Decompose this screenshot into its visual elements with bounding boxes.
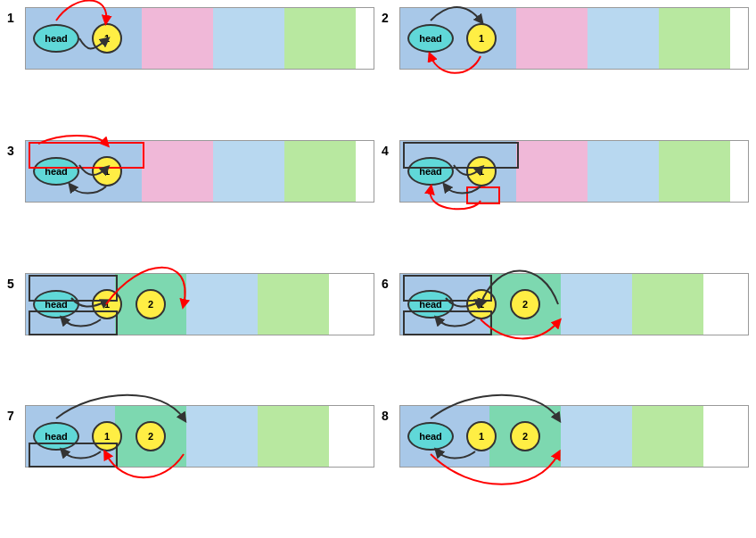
node-1-8: 1 <box>466 421 497 451</box>
seg-green2-6 <box>632 274 703 335</box>
rect-blk-7 <box>29 443 118 468</box>
label-8: 8 <box>382 409 394 423</box>
node-head-8: head <box>407 422 454 451</box>
node-1-1: 1 <box>92 23 122 54</box>
cell-3: 3 head 1 <box>7 140 374 266</box>
seg-green-8: 2 <box>489 406 561 467</box>
diagram-4: head 1 <box>399 140 749 203</box>
seg-pink-2 <box>516 8 588 69</box>
diagram-8: head 1 2 <box>399 405 749 468</box>
label-1: 1 <box>7 11 20 25</box>
label-3: 3 <box>7 144 20 158</box>
rect-blk-5b <box>29 310 118 335</box>
label-6: 6 <box>382 277 394 291</box>
cell-2: 2 head 1 <box>382 7 749 133</box>
cell-8: 8 head 1 2 <box>382 405 749 531</box>
node-head-1: head <box>33 24 79 53</box>
diagram-6: head 1 2 <box>399 273 749 335</box>
cell-7: 7 head 1 2 <box>7 405 374 531</box>
diagram-7: head 1 2 <box>25 405 374 468</box>
diagram-1: head 1 <box>25 7 374 70</box>
diagram-2: head 1 <box>399 7 749 70</box>
label-4: 4 <box>382 144 394 158</box>
listbar-1: head 1 <box>25 7 374 70</box>
listbar-2: head 1 <box>399 7 749 70</box>
seg-green2-1 <box>284 8 356 69</box>
seg-head-1: head 1 <box>26 8 142 69</box>
seg-blue2-8 <box>561 406 632 467</box>
node-2-5: 2 <box>136 289 166 319</box>
node-1-2: 1 <box>466 23 497 54</box>
node-2-6: 2 <box>510 289 540 319</box>
label-7: 7 <box>7 409 20 423</box>
rect-red-4 <box>466 186 500 204</box>
rect-blk-6 <box>403 275 492 302</box>
cell-6: 6 head 1 2 <box>382 273 749 399</box>
rect-red-3 <box>29 142 144 169</box>
seg-green2-4 <box>659 141 730 202</box>
main-grid: 1 head 1 <box>0 0 756 538</box>
seg-head-2: head 1 <box>400 8 516 69</box>
seg-pink-3 <box>142 141 213 202</box>
node-head-2: head <box>407 24 454 53</box>
node-2-7: 2 <box>136 421 166 451</box>
seg-blue2-7 <box>186 406 258 467</box>
seg-blue2-2 <box>588 8 659 69</box>
diagram-3: head 1 <box>25 140 374 203</box>
cell-1: 1 head 1 <box>7 7 374 133</box>
seg-head-8: head 1 <box>400 406 489 467</box>
seg-blue2-1 <box>213 8 284 69</box>
label-5: 5 <box>7 277 20 291</box>
label-2: 2 <box>382 11 394 25</box>
seg-green2-2 <box>659 8 730 69</box>
seg-blue2-6 <box>561 274 632 335</box>
diagram-5: head 1 2 <box>25 273 374 335</box>
seg-green2-8 <box>632 406 703 467</box>
seg-green-5: 2 <box>115 274 186 335</box>
node-2-8: 2 <box>510 421 540 451</box>
listbar-8: head 1 2 <box>399 405 749 468</box>
seg-green-6: 2 <box>489 274 561 335</box>
rect-blk-4 <box>403 142 519 169</box>
seg-blue2-5 <box>186 274 258 335</box>
seg-green-7: 2 <box>115 406 186 467</box>
seg-blue2-3 <box>213 141 284 202</box>
cell-5: 5 head 1 2 <box>7 273 374 399</box>
seg-green2-5 <box>258 274 329 335</box>
seg-green2-3 <box>284 141 356 202</box>
seg-pink-1 <box>142 8 213 69</box>
seg-blue2-4 <box>588 141 659 202</box>
rect-blk-6b <box>403 310 492 335</box>
seg-green2-7 <box>258 406 329 467</box>
seg-pink-4 <box>516 141 588 202</box>
cell-4: 4 head 1 <box>382 140 749 266</box>
rect-blk-5 <box>29 275 118 302</box>
